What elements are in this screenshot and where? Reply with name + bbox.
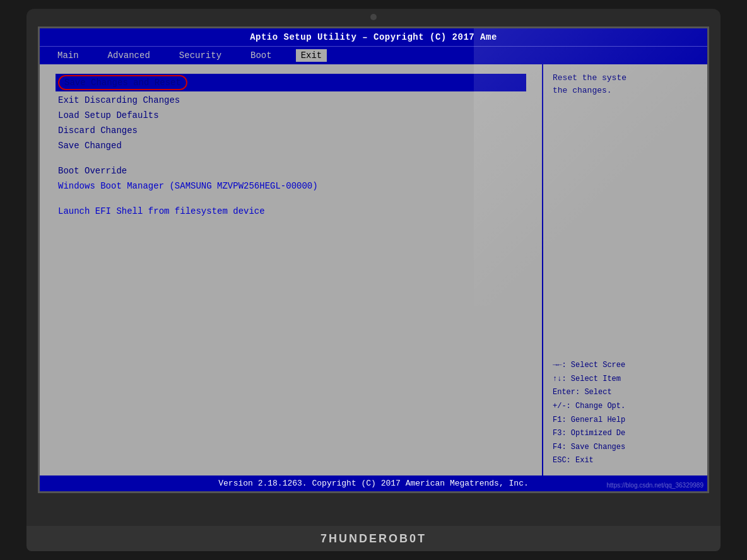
nav-exit[interactable]: Exit: [296, 49, 327, 62]
save-changed-label: Save Changed: [58, 141, 122, 151]
bios-screen: Aptio Setup Utility – Copyright (C) 2017…: [40, 28, 707, 491]
footer-text: Version 2.18.1263. Copyright (C) 2017 Am…: [218, 479, 528, 488]
bios-right-panel: Reset the syste the changes. →←: Select …: [543, 64, 707, 475]
launch-efi-shell-label: Launch EFI Shell from filesystem device: [58, 206, 265, 216]
key-select-item: ↑↓: Select Item: [553, 373, 698, 387]
load-setup-defaults-label: Load Setup Defaults: [58, 110, 159, 120]
discard-changes-item[interactable]: Discard Changes: [56, 124, 526, 137]
key-save-changes: F4: Save Changes: [553, 441, 698, 455]
bios-left-panel: Save Changes and Reset Exit Discarding C…: [40, 64, 543, 475]
nav-main[interactable]: Main: [52, 49, 84, 62]
brand-label: 7HUNDEROB0T: [321, 532, 426, 545]
key-change-opt: +/-: Change Opt.: [553, 400, 698, 414]
launch-efi-shell-item[interactable]: Launch EFI Shell from filesystem device: [56, 205, 526, 218]
save-changes-reset-label: Save Changes and Reset: [58, 75, 187, 90]
save-changes-reset-item[interactable]: Save Changes and Reset: [56, 74, 526, 91]
bios-nav: Main Advanced Security Boot Exit: [40, 46, 707, 64]
watermark: https://blog.csdn.net/qq_36329989: [607, 482, 703, 489]
nav-boot[interactable]: Boot: [245, 49, 277, 62]
camera-dot: [370, 14, 377, 20]
key-enter: Enter: Select: [553, 386, 698, 400]
key-exit: ESC: Exit: [553, 454, 698, 468]
windows-boot-manager-item[interactable]: Windows Boot Manager (SAMSUNG MZVPW256HE…: [56, 180, 526, 192]
header-title: Aptio Setup Utility – Copyright (C) 2017…: [250, 32, 497, 42]
exit-discarding-item[interactable]: Exit Discarding Changes: [56, 94, 526, 107]
key-general-help: F1: General Help: [553, 414, 698, 428]
bios-header: Aptio Setup Utility – Copyright (C) 2017…: [40, 28, 707, 46]
laptop-bottom: 7HUNDEROB0T: [26, 526, 721, 551]
discard-changes-label: Discard Changes: [58, 125, 138, 136]
exit-discarding-label: Exit Discarding Changes: [58, 95, 180, 105]
key-optimized: F3: Optimized De: [553, 427, 698, 441]
laptop-outer: Aptio Setup Utility – Copyright (C) 2017…: [26, 9, 721, 526]
section-gap-2: [56, 195, 526, 202]
nav-advanced[interactable]: Advanced: [103, 49, 155, 62]
load-setup-defaults-item[interactable]: Load Setup Defaults: [56, 109, 526, 122]
save-changed-item[interactable]: Save Changed: [56, 139, 526, 152]
key-select-screen: →←: Select Scree: [553, 359, 698, 373]
windows-boot-manager-label: Windows Boot Manager (SAMSUNG MZVPW256HE…: [58, 181, 318, 191]
boot-override-label: Boot Override: [56, 165, 526, 177]
screen: Aptio Setup Utility – Copyright (C) 2017…: [38, 26, 709, 493]
nav-security[interactable]: Security: [174, 49, 226, 62]
help-text: Reset the syste the changes.: [553, 72, 698, 96]
section-gap-1: [56, 155, 526, 162]
bios-content: Save Changes and Reset Exit Discarding C…: [40, 64, 707, 475]
help-keys: →←: Select Scree ↑↓: Select Item Enter: …: [553, 359, 698, 468]
